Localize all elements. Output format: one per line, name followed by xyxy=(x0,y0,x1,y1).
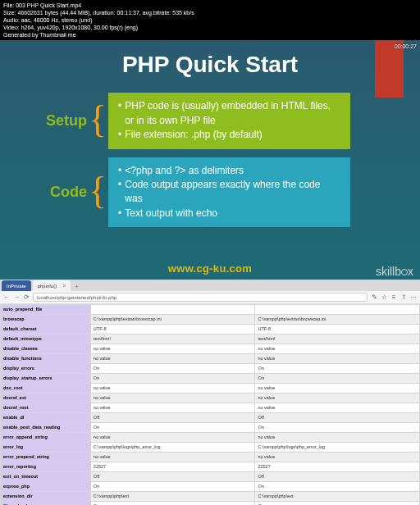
master-value: no value xyxy=(255,384,420,394)
master-value: no value xyxy=(255,453,420,462)
page-content: auto_prepend_filebrowscapC:\xampp\php\ex… xyxy=(0,304,420,505)
local-value: no value xyxy=(90,344,255,354)
local-value: C:\xampp\php\logs\php_error_log xyxy=(90,443,255,453)
code-bullets: <?php and ?> as delimiters Code output a… xyxy=(108,157,350,228)
master-value: Off xyxy=(255,472,420,482)
tab-label: phpinfo() xyxy=(38,284,57,289)
tab-phpinfo[interactable]: phpinfo() × xyxy=(33,280,71,291)
setup-label: Setup xyxy=(23,112,87,130)
close-icon[interactable]: × xyxy=(62,283,66,289)
bullet-text: <?php and ?> as delimiters xyxy=(125,164,244,178)
forward-icon[interactable]: → xyxy=(13,294,20,301)
local-value: no value xyxy=(90,384,255,394)
code-row: Code { <?php and ?> as delimiters Code o… xyxy=(0,157,420,228)
master-value: Off xyxy=(255,413,420,423)
table-row: error_reporting2252722527 xyxy=(1,462,420,472)
table-row: exit_on_timeoutOffOff xyxy=(1,472,420,482)
directive-name: expose_php xyxy=(1,482,91,492)
phpinfo-table: auto_prepend_filebrowscapC:\xampp\php\ex… xyxy=(0,304,420,505)
bullet-text: File extension: .php (by default) xyxy=(125,128,262,142)
local-value: On xyxy=(90,502,255,505)
master-value: no value xyxy=(255,354,420,364)
local-value: no value xyxy=(90,453,255,462)
url-input[interactable]: localhost/php-getstarted/phpinfo.php xyxy=(33,293,368,302)
directive-name: docref_root xyxy=(1,403,91,413)
local-value: On xyxy=(90,364,255,374)
table-row: enable_post_data_readingOnOn xyxy=(1,423,420,433)
local-value: C:\xampp\php\ext xyxy=(90,492,255,502)
master-value: no value xyxy=(255,433,420,443)
table-row: disable_classesno valueno value xyxy=(1,344,420,354)
toolbar-right: ✎ ☆ ≡ ⇪ ⋯ xyxy=(371,294,417,301)
table-row: error_logC:\xampp\php\logs\php_error_log… xyxy=(1,443,420,453)
meta-line: Generated by Thumbnail me xyxy=(3,31,417,39)
directive-name: exit_on_timeout xyxy=(1,472,91,482)
back-icon[interactable]: ← xyxy=(3,294,10,301)
directive-name: default_charset xyxy=(1,325,91,334)
table-row: docref_rootno valueno value xyxy=(1,403,420,413)
directive-name: error_append_string xyxy=(1,433,91,443)
local-value: UTF-8 xyxy=(90,325,255,334)
tab-inprivate[interactable]: InPrivate xyxy=(2,280,31,291)
address-bar: ← → ⟳ localhost/php-getstarted/phpinfo.p… xyxy=(0,291,420,304)
table-row: file_uploadsOnOn xyxy=(1,502,420,505)
setup-row: Setup { PHP code is (usually) embedded i… xyxy=(0,93,420,148)
master-value: no value xyxy=(255,344,420,354)
reload-icon[interactable]: ⟳ xyxy=(23,294,30,301)
file-metadata: File: 003 PHP Quick Start.mp4 Size: 4660… xyxy=(0,0,420,40)
master-value xyxy=(255,305,420,315)
master-value: no value xyxy=(255,394,420,403)
notes-icon[interactable]: ✎ xyxy=(371,294,377,301)
table-row: disable_functionsno valueno value xyxy=(1,354,420,364)
directive-name: default_mimetype xyxy=(1,334,91,344)
local-value: C:\xampp\php\extras\browscap.ini xyxy=(90,315,255,325)
master-value: On xyxy=(255,482,420,492)
slide-title: PHP Quick Start xyxy=(0,40,420,86)
directive-name: auto_prepend_file xyxy=(1,305,91,315)
presentation-slide: 00:00:27 PHP Quick Start Setup { PHP cod… xyxy=(0,40,420,280)
master-value: C:\xampp\php\logs\php_error_log xyxy=(255,443,420,453)
browser-window: InPrivate phpinfo() × + ← → ⟳ localhost/… xyxy=(0,280,420,505)
bullet-text: Code output appears exactly where the co… xyxy=(125,178,340,207)
table-row: doc_rootno valueno value xyxy=(1,384,420,394)
directive-name: error_reporting xyxy=(1,462,91,472)
master-value: On xyxy=(255,502,420,505)
local-value: text/html xyxy=(90,334,255,344)
directive-name: browscap xyxy=(1,315,91,325)
master-value: 22527 xyxy=(255,462,420,472)
directive-name: display_startup_errors xyxy=(1,374,91,384)
local-value: no value xyxy=(90,354,255,364)
directive-name: error_prepend_string xyxy=(1,453,91,462)
share-icon[interactable]: ⇪ xyxy=(400,294,407,301)
directive-name: display_errors xyxy=(1,364,91,374)
directive-name: extension_dir xyxy=(1,492,91,502)
person-icon[interactable]: ≡ xyxy=(390,294,397,301)
table-row: enable_dlOffOff xyxy=(1,413,420,423)
local-value: Off xyxy=(90,413,255,423)
local-value: no value xyxy=(90,394,255,403)
master-value: On xyxy=(255,374,420,384)
tab-strip: InPrivate phpinfo() × + xyxy=(0,280,420,291)
table-row: display_errorsOnOn xyxy=(1,364,420,374)
directive-name: disable_classes xyxy=(1,344,91,354)
menu-icon[interactable]: ⋯ xyxy=(410,294,417,301)
directive-name: doc_root xyxy=(1,384,91,394)
local-value xyxy=(90,305,255,315)
table-row: error_prepend_stringno valueno value xyxy=(1,453,420,462)
table-row: error_append_stringno valueno value xyxy=(1,433,420,443)
meta-line: Audio: aac, 48000 Hz, stereo (und) xyxy=(3,16,417,24)
table-row: auto_prepend_file xyxy=(1,305,420,315)
brand-o-icon xyxy=(401,269,408,275)
master-value: C:\xampp\php\extras\browscap.ini xyxy=(255,315,420,325)
table-row: browscapC:\xampp\php\extras\browscap.ini… xyxy=(1,315,420,325)
new-tab-button[interactable]: + xyxy=(71,282,82,291)
star-icon[interactable]: ☆ xyxy=(381,294,387,301)
local-value: no value xyxy=(90,433,255,443)
directive-name: docref_ext xyxy=(1,394,91,403)
watermark-text: www.cg-ku.com xyxy=(168,262,252,275)
table-row: expose_phpOnOn xyxy=(1,482,420,492)
brace-icon: { xyxy=(89,180,108,202)
meta-line: File: 003 PHP Quick Start.mp4 xyxy=(3,2,417,9)
timecode-label: 00:00:27 xyxy=(395,43,417,49)
brace-icon: { xyxy=(89,108,108,131)
